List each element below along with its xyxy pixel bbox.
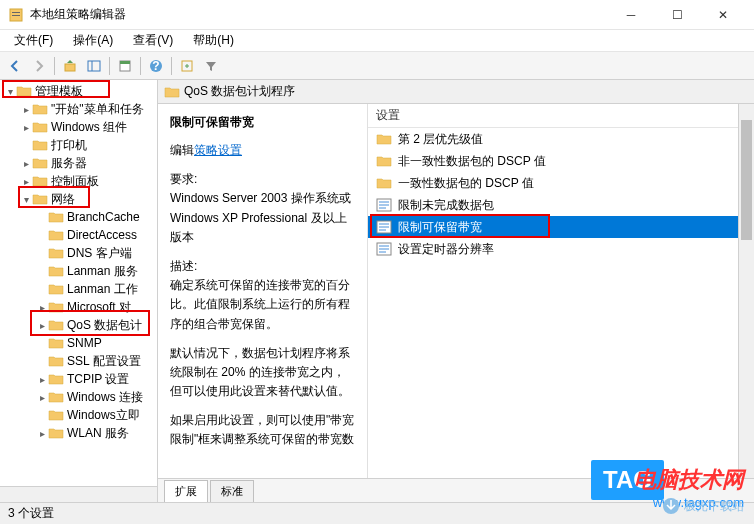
- expand-arrow[interactable]: ▸: [20, 104, 32, 115]
- tree-item-label: SSL 配置设置: [67, 353, 141, 370]
- menu-file[interactable]: 文件(F): [6, 30, 61, 51]
- tree-item[interactable]: ▸"开始"菜单和任务: [0, 100, 157, 118]
- menu-help[interactable]: 帮助(H): [185, 30, 242, 51]
- tree-item-label: WLAN 服务: [67, 425, 129, 442]
- setting-item[interactable]: 一致性数据包的 DSCP 值: [368, 172, 738, 194]
- tab-standard[interactable]: 标准: [210, 480, 254, 502]
- tree-view[interactable]: ▾管理模板▸"开始"菜单和任务▸Windows 组件打印机▸服务器▸控制面板▾网…: [0, 80, 158, 486]
- expand-arrow[interactable]: ▸: [36, 320, 48, 331]
- svg-rect-6: [12, 15, 20, 16]
- tree-item[interactable]: ▾网络: [0, 190, 157, 208]
- tab-extended[interactable]: 扩展: [164, 480, 208, 502]
- description-text-1: 确定系统可保留的连接带宽的百分比。此值限制系统上运行的所有程序的组合带宽保留。: [170, 278, 350, 330]
- tree-item[interactable]: ▸QoS 数据包计: [0, 316, 157, 334]
- tree-item[interactable]: SNMP: [0, 334, 157, 352]
- content-header-title: QoS 数据包计划程序: [184, 83, 295, 100]
- tree-item[interactable]: ▸Microsoft 对: [0, 298, 157, 316]
- tree-item-label: Windows立即: [67, 407, 140, 424]
- setting-item[interactable]: 非一致性数据包的 DSCP 值: [368, 150, 738, 172]
- folder-icon: [376, 132, 392, 146]
- tree-item[interactable]: Lanman 服务: [0, 262, 157, 280]
- back-button[interactable]: [4, 55, 26, 77]
- main-area: ▾管理模板▸"开始"菜单和任务▸Windows 组件打印机▸服务器▸控制面板▾网…: [0, 80, 754, 502]
- menu-view[interactable]: 查看(V): [125, 30, 181, 51]
- menu-action[interactable]: 操作(A): [65, 30, 121, 51]
- expand-arrow[interactable]: ▸: [20, 122, 32, 133]
- folder-icon: [16, 84, 32, 98]
- tree-item-label: 网络: [51, 191, 75, 208]
- expand-arrow[interactable]: ▸: [36, 374, 48, 385]
- action-button[interactable]: [176, 55, 198, 77]
- tree-item[interactable]: ▸TCPIP 设置: [0, 370, 157, 388]
- setting-icon: [376, 220, 392, 234]
- setting-item-label: 一致性数据包的 DSCP 值: [398, 175, 534, 192]
- tree-h-scrollbar[interactable]: [0, 486, 157, 502]
- expand-arrow[interactable]: ▾: [20, 194, 32, 205]
- jg-watermark: 极光下载站: [662, 497, 744, 515]
- folder-icon: [32, 174, 48, 188]
- tree-item[interactable]: Lanman 工作: [0, 280, 157, 298]
- folder-icon: [48, 246, 64, 260]
- tree-item-label: Windows 连接: [67, 389, 143, 406]
- window-title: 本地组策略编辑器: [30, 6, 608, 23]
- tree-item[interactable]: ▸WLAN 服务: [0, 424, 157, 442]
- help-button[interactable]: ?: [145, 55, 167, 77]
- setting-item[interactable]: 第 2 层优先级值: [368, 128, 738, 150]
- description-pane: 限制可保留带宽 编辑策略设置 要求:Windows Server 2003 操作…: [158, 104, 368, 478]
- content-v-scrollbar[interactable]: [738, 104, 754, 478]
- requirements-label: 要求:: [170, 172, 197, 186]
- tree-item[interactable]: BranchCache: [0, 208, 157, 226]
- filter-button[interactable]: [200, 55, 222, 77]
- expand-arrow[interactable]: ▾: [4, 86, 16, 97]
- expand-arrow[interactable]: ▸: [36, 428, 48, 439]
- description-text-3: 如果启用此设置，则可以使用"带宽限制"框来调整系统可保留的带宽数: [170, 411, 355, 449]
- description-label: 描述:: [170, 259, 197, 273]
- folder-icon: [48, 426, 64, 440]
- folder-icon: [48, 282, 64, 296]
- tree-item[interactable]: SSL 配置设置: [0, 352, 157, 370]
- setting-title: 限制可保留带宽: [170, 114, 355, 131]
- setting-item-label: 限制未完成数据包: [398, 197, 494, 214]
- tree-item-label: Lanman 服务: [67, 263, 138, 280]
- properties-button[interactable]: [114, 55, 136, 77]
- jg-text: 极光下载站: [684, 498, 744, 515]
- app-icon: [8, 7, 24, 23]
- tree-item[interactable]: ▸控制面板: [0, 172, 157, 190]
- tree-item[interactable]: DNS 客户端: [0, 244, 157, 262]
- setting-item-label: 限制可保留带宽: [398, 219, 482, 236]
- forward-button[interactable]: [28, 55, 50, 77]
- expand-arrow[interactable]: ▸: [36, 392, 48, 403]
- edit-policy-link[interactable]: 策略设置: [194, 143, 242, 157]
- tree-item[interactable]: 打印机: [0, 136, 157, 154]
- status-text: 3 个设置: [8, 505, 54, 522]
- show-hide-button[interactable]: [83, 55, 105, 77]
- minimize-button[interactable]: ─: [608, 0, 654, 30]
- settings-column-header[interactable]: 设置: [368, 104, 738, 128]
- tree-item-label: Lanman 工作: [67, 281, 138, 298]
- expand-arrow[interactable]: ▸: [20, 158, 32, 169]
- folder-icon: [48, 210, 64, 224]
- edit-label: 编辑: [170, 143, 194, 157]
- tree-item-label: Windows 组件: [51, 119, 127, 136]
- expand-arrow[interactable]: ▸: [20, 176, 32, 187]
- tree-item[interactable]: ▾管理模板: [0, 82, 157, 100]
- setting-item[interactable]: 设置定时器分辨率: [368, 238, 738, 260]
- svg-rect-11: [120, 61, 130, 64]
- folder-icon: [376, 176, 392, 190]
- tree-item[interactable]: ▸Windows 连接: [0, 388, 157, 406]
- expand-arrow[interactable]: ▸: [36, 302, 48, 313]
- close-button[interactable]: ✕: [700, 0, 746, 30]
- tree-item[interactable]: ▸服务器: [0, 154, 157, 172]
- setting-item[interactable]: 限制可保留带宽: [368, 216, 738, 238]
- folder-icon: [376, 154, 392, 168]
- tree-item[interactable]: DirectAccess: [0, 226, 157, 244]
- title-bar: 本地组策略编辑器 ─ ☐ ✕: [0, 0, 754, 30]
- maximize-button[interactable]: ☐: [654, 0, 700, 30]
- svg-text:?: ?: [152, 59, 159, 73]
- up-button[interactable]: [59, 55, 81, 77]
- tree-item[interactable]: ▸Windows 组件: [0, 118, 157, 136]
- tree-item[interactable]: Windows立即: [0, 406, 157, 424]
- tree-item-label: SNMP: [67, 336, 102, 350]
- setting-item[interactable]: 限制未完成数据包: [368, 194, 738, 216]
- folder-icon: [164, 85, 180, 99]
